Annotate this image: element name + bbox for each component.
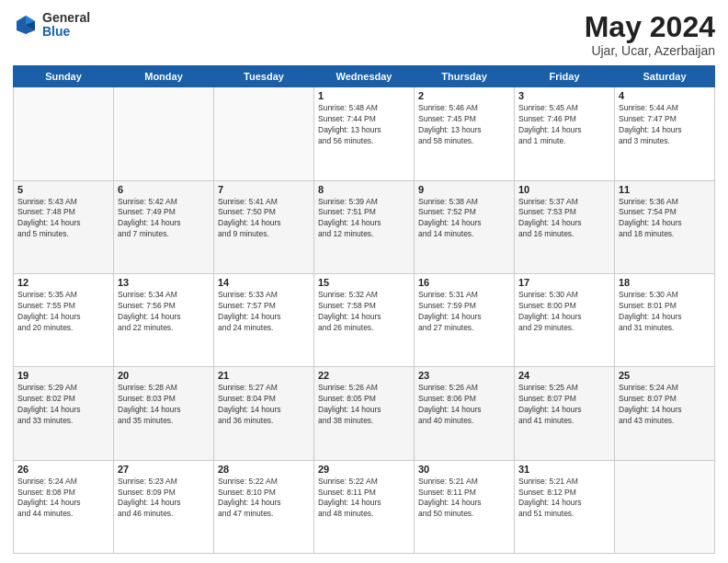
day-number-4: 4 bbox=[619, 90, 711, 101]
day-number-24: 24 bbox=[518, 370, 610, 381]
day-info-4: Sunrise: 5:44 AM Sunset: 7:47 PM Dayligh… bbox=[619, 103, 711, 147]
cell-0-4: 2Sunrise: 5:46 AM Sunset: 7:45 PM Daylig… bbox=[415, 87, 515, 180]
day-number-2: 2 bbox=[418, 90, 510, 101]
header: General Blue May 2024 Ujar, Ucar, Azerba… bbox=[13, 11, 715, 58]
day-info-12: Sunrise: 5:35 AM Sunset: 7:55 PM Dayligh… bbox=[17, 290, 109, 334]
logo-blue-text: Blue bbox=[42, 25, 90, 39]
day-number-31: 31 bbox=[518, 464, 610, 475]
cell-0-2 bbox=[214, 87, 314, 180]
cell-3-0: 19Sunrise: 5:29 AM Sunset: 8:02 PM Dayli… bbox=[14, 367, 114, 460]
calendar-table: Sunday Monday Tuesday Wednesday Thursday… bbox=[13, 65, 715, 554]
day-info-31: Sunrise: 5:21 AM Sunset: 8:12 PM Dayligh… bbox=[518, 477, 610, 521]
week-row-3: 19Sunrise: 5:29 AM Sunset: 8:02 PM Dayli… bbox=[14, 367, 715, 460]
day-number-26: 26 bbox=[17, 464, 109, 475]
cell-3-3: 22Sunrise: 5:26 AM Sunset: 8:05 PM Dayli… bbox=[314, 367, 415, 460]
cell-2-4: 16Sunrise: 5:31 AM Sunset: 7:59 PM Dayli… bbox=[415, 273, 515, 366]
cell-3-5: 24Sunrise: 5:25 AM Sunset: 8:07 PM Dayli… bbox=[515, 367, 615, 460]
day-number-28: 28 bbox=[218, 464, 310, 475]
logo-general-text: General bbox=[42, 11, 90, 25]
cell-0-0 bbox=[14, 87, 114, 180]
day-info-9: Sunrise: 5:38 AM Sunset: 7:52 PM Dayligh… bbox=[418, 197, 510, 241]
day-info-10: Sunrise: 5:37 AM Sunset: 7:53 PM Dayligh… bbox=[518, 197, 610, 241]
day-info-22: Sunrise: 5:26 AM Sunset: 8:05 PM Dayligh… bbox=[318, 383, 410, 427]
cell-3-2: 21Sunrise: 5:27 AM Sunset: 8:04 PM Dayli… bbox=[214, 367, 314, 460]
day-number-17: 17 bbox=[518, 277, 610, 288]
day-number-7: 7 bbox=[218, 184, 310, 195]
day-number-23: 23 bbox=[418, 370, 510, 381]
calendar-header-row: Sunday Monday Tuesday Wednesday Thursday… bbox=[14, 66, 715, 87]
day-info-26: Sunrise: 5:24 AM Sunset: 8:08 PM Dayligh… bbox=[17, 477, 109, 521]
cell-2-3: 15Sunrise: 5:32 AM Sunset: 7:58 PM Dayli… bbox=[314, 273, 415, 366]
day-number-16: 16 bbox=[418, 277, 510, 288]
day-number-3: 3 bbox=[518, 90, 610, 101]
day-info-25: Sunrise: 5:24 AM Sunset: 8:07 PM Dayligh… bbox=[619, 383, 711, 427]
day-number-19: 19 bbox=[17, 370, 109, 381]
day-number-5: 5 bbox=[17, 184, 109, 195]
day-number-25: 25 bbox=[619, 370, 711, 381]
day-info-27: Sunrise: 5:23 AM Sunset: 8:09 PM Dayligh… bbox=[118, 477, 210, 521]
cell-4-4: 30Sunrise: 5:21 AM Sunset: 8:11 PM Dayli… bbox=[415, 460, 515, 553]
day-info-21: Sunrise: 5:27 AM Sunset: 8:04 PM Dayligh… bbox=[218, 383, 310, 427]
day-number-11: 11 bbox=[619, 184, 711, 195]
cell-4-0: 26Sunrise: 5:24 AM Sunset: 8:08 PM Dayli… bbox=[14, 460, 114, 553]
day-number-29: 29 bbox=[318, 464, 410, 475]
cell-1-1: 6Sunrise: 5:42 AM Sunset: 7:49 PM Daylig… bbox=[114, 180, 214, 273]
cell-1-5: 10Sunrise: 5:37 AM Sunset: 7:53 PM Dayli… bbox=[515, 180, 615, 273]
day-number-27: 27 bbox=[118, 464, 210, 475]
cell-3-6: 25Sunrise: 5:24 AM Sunset: 8:07 PM Dayli… bbox=[615, 367, 715, 460]
header-friday: Friday bbox=[515, 66, 615, 87]
logo-icon bbox=[13, 12, 39, 38]
day-info-11: Sunrise: 5:36 AM Sunset: 7:54 PM Dayligh… bbox=[619, 197, 711, 241]
cell-1-4: 9Sunrise: 5:38 AM Sunset: 7:52 PM Daylig… bbox=[415, 180, 515, 273]
cell-1-0: 5Sunrise: 5:43 AM Sunset: 7:48 PM Daylig… bbox=[14, 180, 114, 273]
day-info-8: Sunrise: 5:39 AM Sunset: 7:51 PM Dayligh… bbox=[318, 197, 410, 241]
day-info-20: Sunrise: 5:28 AM Sunset: 8:03 PM Dayligh… bbox=[118, 383, 210, 427]
week-row-1: 5Sunrise: 5:43 AM Sunset: 7:48 PM Daylig… bbox=[14, 180, 715, 273]
day-info-17: Sunrise: 5:30 AM Sunset: 8:00 PM Dayligh… bbox=[518, 290, 610, 334]
header-sunday: Sunday bbox=[14, 66, 114, 87]
location: Ujar, Ucar, Azerbaijan bbox=[585, 43, 715, 58]
day-number-13: 13 bbox=[118, 277, 210, 288]
cell-2-0: 12Sunrise: 5:35 AM Sunset: 7:55 PM Dayli… bbox=[14, 273, 114, 366]
cell-1-6: 11Sunrise: 5:36 AM Sunset: 7:54 PM Dayli… bbox=[615, 180, 715, 273]
title-block: May 2024 Ujar, Ucar, Azerbaijan bbox=[585, 11, 715, 58]
week-row-2: 12Sunrise: 5:35 AM Sunset: 7:55 PM Dayli… bbox=[14, 273, 715, 366]
cell-1-3: 8Sunrise: 5:39 AM Sunset: 7:51 PM Daylig… bbox=[314, 180, 415, 273]
day-info-24: Sunrise: 5:25 AM Sunset: 8:07 PM Dayligh… bbox=[518, 383, 610, 427]
day-number-1: 1 bbox=[318, 90, 410, 101]
cell-4-1: 27Sunrise: 5:23 AM Sunset: 8:09 PM Dayli… bbox=[114, 460, 214, 553]
day-info-15: Sunrise: 5:32 AM Sunset: 7:58 PM Dayligh… bbox=[318, 290, 410, 334]
cell-1-2: 7Sunrise: 5:41 AM Sunset: 7:50 PM Daylig… bbox=[214, 180, 314, 273]
cell-4-2: 28Sunrise: 5:22 AM Sunset: 8:10 PM Dayli… bbox=[214, 460, 314, 553]
day-number-21: 21 bbox=[218, 370, 310, 381]
cell-2-2: 14Sunrise: 5:33 AM Sunset: 7:57 PM Dayli… bbox=[214, 273, 314, 366]
day-info-13: Sunrise: 5:34 AM Sunset: 7:56 PM Dayligh… bbox=[118, 290, 210, 334]
day-info-23: Sunrise: 5:26 AM Sunset: 8:06 PM Dayligh… bbox=[418, 383, 510, 427]
cell-0-3: 1Sunrise: 5:48 AM Sunset: 7:44 PM Daylig… bbox=[314, 87, 415, 180]
day-info-29: Sunrise: 5:22 AM Sunset: 8:11 PM Dayligh… bbox=[318, 477, 410, 521]
day-info-5: Sunrise: 5:43 AM Sunset: 7:48 PM Dayligh… bbox=[17, 197, 109, 241]
day-number-10: 10 bbox=[518, 184, 610, 195]
week-row-4: 26Sunrise: 5:24 AM Sunset: 8:08 PM Dayli… bbox=[14, 460, 715, 553]
cell-3-1: 20Sunrise: 5:28 AM Sunset: 8:03 PM Dayli… bbox=[114, 367, 214, 460]
day-number-30: 30 bbox=[418, 464, 510, 475]
day-info-28: Sunrise: 5:22 AM Sunset: 8:10 PM Dayligh… bbox=[218, 477, 310, 521]
header-monday: Monday bbox=[114, 66, 214, 87]
day-number-6: 6 bbox=[118, 184, 210, 195]
header-wednesday: Wednesday bbox=[314, 66, 415, 87]
cell-3-4: 23Sunrise: 5:26 AM Sunset: 8:06 PM Dayli… bbox=[415, 367, 515, 460]
cell-2-6: 18Sunrise: 5:30 AM Sunset: 8:01 PM Dayli… bbox=[615, 273, 715, 366]
day-info-2: Sunrise: 5:46 AM Sunset: 7:45 PM Dayligh… bbox=[418, 103, 510, 147]
cell-2-5: 17Sunrise: 5:30 AM Sunset: 8:00 PM Dayli… bbox=[515, 273, 615, 366]
cell-0-5: 3Sunrise: 5:45 AM Sunset: 7:46 PM Daylig… bbox=[515, 87, 615, 180]
cell-4-6 bbox=[615, 460, 715, 553]
day-number-18: 18 bbox=[619, 277, 711, 288]
day-number-9: 9 bbox=[418, 184, 510, 195]
header-thursday: Thursday bbox=[415, 66, 515, 87]
day-number-15: 15 bbox=[318, 277, 410, 288]
cell-4-5: 31Sunrise: 5:21 AM Sunset: 8:12 PM Dayli… bbox=[515, 460, 615, 553]
day-number-8: 8 bbox=[318, 184, 410, 195]
day-number-12: 12 bbox=[17, 277, 109, 288]
cell-4-3: 29Sunrise: 5:22 AM Sunset: 8:11 PM Dayli… bbox=[314, 460, 415, 553]
header-tuesday: Tuesday bbox=[214, 66, 314, 87]
